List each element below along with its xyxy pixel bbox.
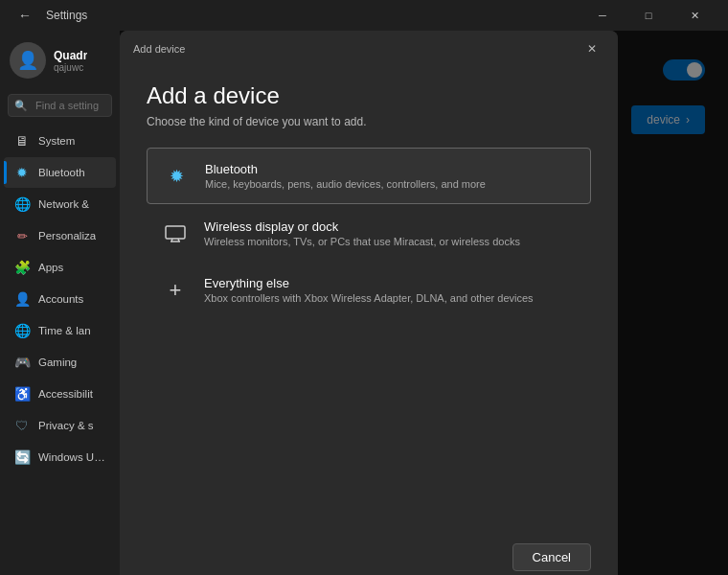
plus-icon: + (170, 280, 182, 301)
wireless-option-icon (162, 220, 189, 247)
user-info: Quadr qajuwc (54, 49, 87, 73)
windows-update-icon: 🔄 (13, 448, 31, 466)
minimize-button[interactable]: ─ (580, 0, 625, 31)
svg-rect-0 (166, 226, 185, 239)
dialog-subtitle: Choose the kind of device you want to ad… (147, 115, 591, 128)
sidebar-item-label: Gaming (38, 356, 77, 368)
sidebar-item-label: Personaliza (38, 230, 96, 242)
device-option-everything[interactable]: + Everything else Xbox controllers with … (147, 263, 591, 317)
sidebar-item-label: Windows Update (38, 451, 106, 463)
wireless-option-text: Wireless display or dock Wireless monito… (204, 219, 520, 247)
sidebar-item-network[interactable]: 🌐 Network & (4, 189, 116, 219)
everything-option-text: Everything else Xbox controllers with Xb… (204, 276, 534, 304)
time-icon: 🌐 (13, 322, 31, 339)
sidebar-item-label: Bluetooth (38, 167, 85, 178)
dialog-close-button[interactable]: ✕ (580, 36, 604, 61)
personalization-icon: ✏ (13, 227, 31, 244)
window-controls: ─ □ ✕ (580, 0, 717, 31)
everything-option-desc: Xbox controllers with Xbox Wireless Adap… (204, 292, 534, 304)
gaming-icon: 🎮 (13, 354, 31, 371)
user-email: qajuwc (54, 62, 87, 73)
back-button[interactable]: ← (11, 2, 38, 29)
title-bar: ← Settings ─ □ ✕ (0, 0, 728, 31)
wireless-option-desc: Wireless monitors, TVs, or PCs that use … (204, 236, 520, 247)
sidebar-item-privacy[interactable]: 🛡 Privacy & s (4, 410, 116, 441)
avatar: 👤 (10, 42, 46, 79)
dialog-footer: Cancel (120, 528, 618, 575)
title-bar-left: ← Settings (11, 2, 87, 29)
everything-option-title: Everything else (204, 276, 534, 290)
device-option-wireless[interactable]: Wireless display or dock Wireless monito… (147, 206, 591, 261)
dialog-titlebar: Add device ✕ (120, 31, 618, 67)
user-profile[interactable]: 👤 Quadr qajuwc (0, 31, 120, 90)
device-option-bluetooth[interactable]: ✹ Bluetooth Mice, keyboards, pens, audio… (147, 148, 591, 204)
dialog-heading: Add a device (147, 82, 591, 109)
search-box: 🔍 (8, 94, 112, 117)
sidebar-item-gaming[interactable]: 🎮 Gaming (4, 347, 116, 378)
apps-icon: 🧩 (13, 259, 31, 276)
network-icon: 🌐 (13, 196, 31, 213)
sidebar-item-accounts[interactable]: 👤 Accounts (4, 284, 116, 314)
bluetooth-option-text: Bluetooth Mice, keyboards, pens, audio d… (205, 162, 486, 190)
sidebar-item-label: Accounts (38, 293, 83, 305)
wireless-option-title: Wireless display or dock (204, 219, 520, 234)
sidebar-item-label: Apps (38, 262, 63, 273)
sidebar-item-bluetooth[interactable]: ✹ Bluetooth (4, 157, 116, 188)
close-button[interactable]: ✕ (672, 0, 717, 31)
settings-window: ← Settings ─ □ ✕ 👤 Quadr qajuwc � (0, 0, 728, 575)
right-panel: On device › Add device ✕ (120, 31, 728, 575)
sidebar-item-label: Accessibilit (38, 388, 93, 400)
bluetooth-option-title: Bluetooth (205, 162, 486, 176)
search-icon: 🔍 (14, 100, 28, 112)
sidebar-item-label: Privacy & s (38, 420, 94, 431)
everything-option-icon: + (162, 277, 189, 304)
accessibility-icon: ♿ (13, 385, 31, 402)
dialog-content: Add a device Choose the kind of device y… (120, 67, 618, 528)
sidebar-item-label: System (38, 135, 75, 147)
cancel-button[interactable]: Cancel (512, 543, 591, 571)
system-icon: 🖥 (13, 132, 31, 150)
sidebar-item-system[interactable]: 🖥 System (4, 126, 116, 156)
bluetooth-symbol: ✹ (170, 166, 184, 187)
privacy-icon: 🛡 (13, 417, 31, 434)
window-title: Settings (46, 9, 87, 22)
overlay: Add device ✕ Add a device Choose the kin… (120, 31, 728, 575)
sidebar-item-label: Time & lan (38, 325, 91, 336)
sidebar-item-label: Network & (38, 198, 89, 210)
avatar-icon: 👤 (17, 50, 38, 71)
maximize-button[interactable]: □ (626, 0, 671, 31)
sidebar-item-windows-update[interactable]: 🔄 Windows Update (4, 442, 116, 472)
bluetooth-icon: ✹ (13, 164, 31, 181)
sidebar-item-apps[interactable]: 🧩 Apps (4, 252, 116, 283)
sidebar-item-personalization[interactable]: ✏ Personaliza (4, 220, 116, 251)
dialog-titlebar-text: Add device (133, 43, 185, 55)
bluetooth-option-icon: ✹ (163, 163, 190, 190)
sidebar-item-time[interactable]: 🌐 Time & lan (4, 315, 116, 346)
sidebar: 👤 Quadr qajuwc 🔍 🖥 System (0, 31, 120, 575)
user-name: Quadr (54, 49, 87, 62)
wireless-display-icon (165, 225, 186, 242)
accounts-icon: 👤 (13, 290, 31, 308)
main-content: 👤 Quadr qajuwc 🔍 🖥 System (0, 31, 728, 575)
bluetooth-option-desc: Mice, keyboards, pens, audio devices, co… (205, 178, 486, 190)
nav-items: 🖥 System ✹ Bluetooth 🌐 Network & ✏ Perso… (0, 121, 120, 575)
add-device-dialog: Add device ✕ Add a device Choose the kin… (120, 31, 618, 575)
sidebar-item-accessibility[interactable]: ♿ Accessibilit (4, 379, 116, 409)
